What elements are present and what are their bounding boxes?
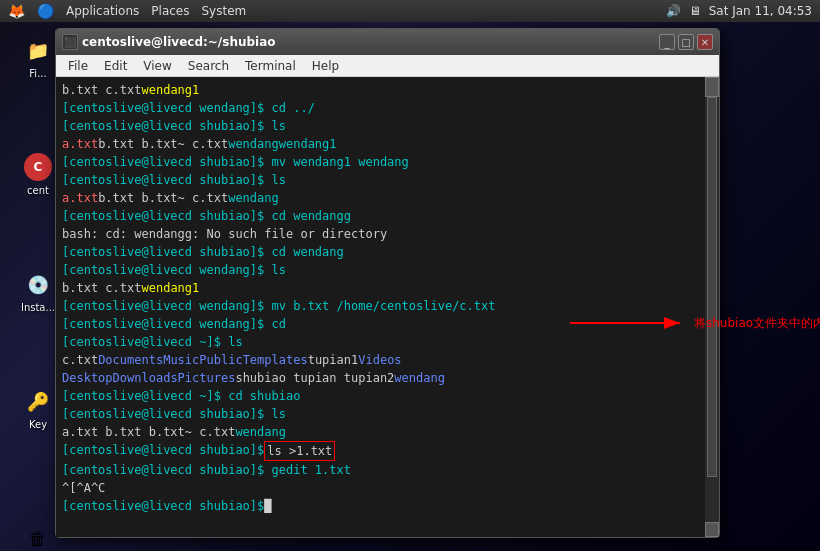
taskbar: 🦊 🔵 Applications Places System 🔊 🖥 Sat J… <box>0 0 820 22</box>
annotation: 将shubiao文件夹中的内容放置到 <box>570 308 820 338</box>
terminal-line: [centoslive@livecd shubiao]$ ls <box>62 117 699 135</box>
apps-menu[interactable]: Applications <box>66 4 139 18</box>
system-menu[interactable]: System <box>201 4 246 18</box>
terminal-line: [centoslive@livecd wendang]$ cd ../ <box>62 99 699 117</box>
terminal-titlebar: ⬛ centoslive@livecd:~/shubiao _ □ ✕ <box>56 29 719 55</box>
terminal-icon: ⬛ <box>62 34 78 50</box>
terminal-line: [centoslive@livecd wendang]$ ls <box>62 261 699 279</box>
menu-terminal[interactable]: Terminal <box>237 57 304 75</box>
volume-icon: 🔊 <box>666 4 681 18</box>
terminal-line: b.txt c.txt wendang1 <box>62 81 699 99</box>
terminal-line: bash: cd: wendangg: No such file or dire… <box>62 225 699 243</box>
terminal-line: [centoslive@livecd shubiao]$ gedit 1.txt <box>62 461 699 479</box>
window-controls: _ □ ✕ <box>659 34 713 50</box>
taskbar-left: 🦊 🔵 Applications Places System <box>8 3 246 19</box>
network-icon: 🖥 <box>689 4 701 18</box>
annotation-text: 将shubiao文件夹中的内容放置到 <box>694 315 820 332</box>
terminal-line: Desktop Downloads Pictures shubiao tupia… <box>62 369 699 387</box>
terminal-content[interactable]: b.txt c.txt wendang1[centoslive@livecd w… <box>56 77 705 537</box>
terminal-line: a.txt b.txt b.txt~ c.txt wendang wendang… <box>62 135 699 153</box>
menu-view[interactable]: View <box>135 57 179 75</box>
terminal-window: ⬛ centoslive@livecd:~/shubiao _ □ ✕ File… <box>55 28 720 538</box>
desktop: 🦊 🔵 Applications Places System 🔊 🖥 Sat J… <box>0 0 820 551</box>
terminal-line: [centoslive@livecd shubiao]$ ls >1.txt <box>62 441 699 461</box>
terminal-line: ^[^A^C <box>62 479 699 497</box>
terminal-line: [centoslive@livecd shubiao]$ ls <box>62 171 699 189</box>
key-icon: 🔑 <box>22 385 54 417</box>
taskbar-right: 🔊 🖥 Sat Jan 11, 04:53 <box>666 4 812 18</box>
places-menu[interactable]: Places <box>151 4 189 18</box>
terminal-line: a.txt b.txt b.txt~ c.txt wendang <box>62 189 699 207</box>
terminal-line: a.txt b.txt b.txt~ c.txt wendang <box>62 423 699 441</box>
terminal-line: [centoslive@livecd ~]$ cd shubiao <box>62 387 699 405</box>
terminal-wrapper: b.txt c.txt wendang1[centoslive@livecd w… <box>56 77 719 537</box>
clock: Sat Jan 11, 04:53 <box>709 4 812 18</box>
titlebar-left: ⬛ centoslive@livecd:~/shubiao <box>62 34 276 50</box>
terminal-menubar: File Edit View Search Terminal Help <box>56 55 719 77</box>
terminal-line: [centoslive@livecd shubiao]$ mv wendang1… <box>62 153 699 171</box>
file-icon: 📁 <box>22 34 54 66</box>
menu-edit[interactable]: Edit <box>96 57 135 75</box>
scrollbar[interactable] <box>705 77 719 537</box>
terminal-line: [centoslive@livecd shubiao]$ cd wendangg <box>62 207 699 225</box>
file-icon-label: Fi... <box>29 68 46 79</box>
trash-icon: 🗑 <box>22 522 54 551</box>
install-icon-label: Insta... <box>21 302 55 313</box>
terminal-line: [centoslive@livecd shubiao]$ ls <box>62 405 699 423</box>
key-icon-label: Key <box>29 419 47 430</box>
menu-file[interactable]: File <box>60 57 96 75</box>
terminal-title: centoslive@livecd:~/shubiao <box>82 35 276 49</box>
terminal-line: c.txt Documents Music Public Templates t… <box>62 351 699 369</box>
menu-help[interactable]: Help <box>304 57 347 75</box>
cent-icon-label: cent <box>27 185 49 196</box>
terminal-line: b.txt c.txt wendang1 <box>62 279 699 297</box>
terminal-line: [centoslive@livecd shubiao]$ █ <box>62 497 699 515</box>
terminal-line: [centoslive@livecd shubiao]$ cd wendang <box>62 243 699 261</box>
maximize-button[interactable]: □ <box>678 34 694 50</box>
cent-icon: C <box>22 151 54 183</box>
install-icon: 💿 <box>22 268 54 300</box>
menu-search[interactable]: Search <box>180 57 237 75</box>
minimize-button[interactable]: _ <box>659 34 675 50</box>
close-button[interactable]: ✕ <box>697 34 713 50</box>
